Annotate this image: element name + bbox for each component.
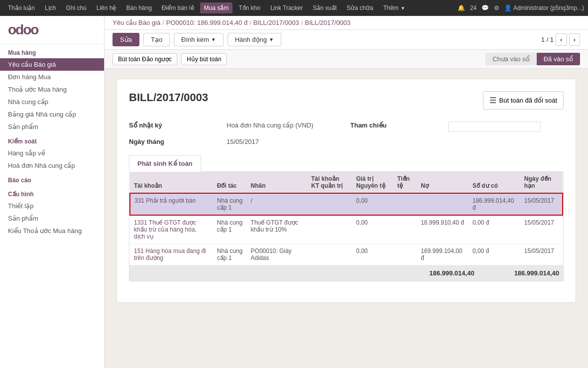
nav-ban-hang[interactable]: Bán hàng bbox=[122, 2, 155, 13]
action-button[interactable]: Hành động ▼ bbox=[228, 33, 281, 46]
create-button[interactable]: Tạo bbox=[143, 33, 170, 46]
td-tk-quan-tri-2 bbox=[307, 215, 352, 244]
breadcrumb-item-2[interactable]: PO00010: 186.999.014,40 đ bbox=[166, 19, 247, 26]
value-tham-chieu[interactable] bbox=[448, 120, 564, 132]
th-so-du-co: Số dư có bbox=[469, 172, 520, 193]
td-nhan-3: PO00010: Giày Adidas bbox=[247, 244, 307, 265]
form-title: BILL/2017/0003 bbox=[129, 91, 208, 104]
sidebar-item-thoa-uoc-mua-hang[interactable]: Thoả ước Mua hàng bbox=[0, 83, 104, 96]
label-ngay-thang: Ngày tháng bbox=[129, 136, 219, 145]
tab-phat-sinh-ke-toan[interactable]: Phát sinh Kế toán bbox=[129, 155, 201, 172]
breadcrumb-item-1[interactable]: Yêu cầu Báo giá bbox=[113, 19, 160, 26]
status-active-button[interactable]: Đã vào sổ bbox=[537, 53, 580, 65]
table-row[interactable]: 151 Hàng hóa mua đang đi trên đường Nhà … bbox=[130, 244, 563, 265]
breadcrumb: Yêu cầu Báo giá / PO00010: 186.999.014,4… bbox=[105, 16, 588, 30]
sidebar-item-kieu-thoa-uoc[interactable]: Kiểu Thoả ước Mua hàng bbox=[0, 225, 104, 237]
cancel-journal-button[interactable]: Hủy bút toán bbox=[181, 53, 227, 65]
status-inactive-button[interactable]: Chưa vào sổ bbox=[485, 53, 537, 65]
page-info: 1 / 1 bbox=[541, 36, 554, 43]
accounting-table: Tài khoản Đối tác Nhãn Tài khoản KT quản… bbox=[129, 172, 563, 265]
td-no-2: 16.999.910,40 đ bbox=[417, 215, 469, 244]
td-nhan-2: Thuế GTGT được khấu trừ 10% bbox=[247, 215, 307, 244]
nav-diem-ban-le[interactable]: Điểm bán lẻ bbox=[158, 2, 198, 13]
sidebar-item-san-pham-cau-hinh[interactable]: Sản phẩm bbox=[0, 212, 104, 225]
table-header-row: Tài khoản Đối tác Nhãn Tài khoản KT quản… bbox=[130, 172, 563, 193]
nav-thao-luan[interactable]: Thảo luận bbox=[4, 2, 39, 13]
total-no-value: 186.999.014,40 bbox=[429, 269, 474, 277]
sidebar-item-thiet-lap[interactable]: Thiết lập bbox=[0, 200, 104, 212]
attach-button[interactable]: Đính kèm ▼ bbox=[174, 33, 224, 46]
td-tai-khoan-2: 1331 Thuế GTGT được khấu trừ của hàng hó… bbox=[130, 215, 213, 244]
nav-sua-chua[interactable]: Sửa chữa bbox=[343, 2, 377, 13]
notification-icon[interactable]: 🔔 bbox=[458, 4, 465, 11]
nav-ghi-chu[interactable]: Ghi chú bbox=[62, 2, 90, 13]
tabs: Phát sinh Kế toán bbox=[129, 155, 564, 172]
sidebar-item-nha-cung-cap[interactable]: Nhà cung cấp bbox=[0, 96, 104, 108]
nav-lich[interactable]: Lịch bbox=[41, 2, 60, 13]
chat-icon[interactable]: 💬 bbox=[481, 4, 489, 11]
sidebar-section-bao-cao: Báo cáo bbox=[0, 172, 104, 186]
td-tien-te-1 bbox=[393, 193, 417, 215]
td-doi-tac-3: Nhà cung cấp 1 bbox=[213, 244, 247, 265]
td-gia-tri-3: 0,00 bbox=[352, 244, 393, 265]
td-so-du-co-1: 186.999.014,40 đ bbox=[469, 193, 520, 215]
nav-mua-sam[interactable]: Mua sắm bbox=[200, 2, 233, 13]
td-no-1 bbox=[417, 193, 469, 215]
them-dropdown-icon: ▼ bbox=[400, 5, 405, 11]
tham-chieu-input[interactable] bbox=[448, 122, 541, 132]
td-so-du-co-3: 0,00 đ bbox=[469, 244, 520, 265]
th-ngay-den-han: Ngày đến hạn bbox=[520, 172, 563, 193]
td-gia-tri-2: 0,00 bbox=[352, 215, 393, 244]
sidebar-section-kiem-soat: Kiểm soát bbox=[0, 133, 104, 147]
sidebar-item-don-hang-mua[interactable]: Đơn hàng Mua bbox=[0, 71, 104, 83]
status-bar: Bút toán Đảo ngược Hủy bút toán Chưa vào… bbox=[105, 50, 588, 69]
nav-san-xuat[interactable]: Sản xuất bbox=[309, 2, 341, 13]
content-area: BILL/2017/0003 ☰ Bút toán đã đối soát Sổ… bbox=[105, 69, 588, 368]
total-co-value: 186.999.014,40 bbox=[514, 269, 559, 277]
label-tham-chieu: Tham chiếu bbox=[351, 120, 440, 132]
next-page-button[interactable]: › bbox=[569, 33, 580, 46]
action-dropdown-icon: ▼ bbox=[269, 37, 274, 42]
settings-icon[interactable]: ⚙ bbox=[494, 4, 499, 11]
reconciled-button[interactable]: ☰ Bút toán đã đối soát bbox=[483, 91, 564, 110]
th-tai-khoan: Tài khoản bbox=[130, 172, 213, 193]
sidebar-item-san-pham-mua[interactable]: Sản phẩm bbox=[0, 121, 104, 133]
td-tai-khoan-1: 331 Phải trả người bán bbox=[130, 193, 213, 215]
nav-ton-kho[interactable]: Tồn kho bbox=[235, 2, 264, 13]
nav-lien-he[interactable]: Liên hệ bbox=[93, 2, 120, 13]
th-gia-tri: Giá trị Nguyên tệ bbox=[352, 172, 393, 193]
td-tien-te-3 bbox=[393, 244, 417, 265]
sidebar-item-hang-sap-ve[interactable]: Hàng sắp về bbox=[0, 147, 104, 159]
th-doi-tac: Đối tác bbox=[213, 172, 247, 193]
sidebar-item-hoa-don-nha-cung-cap[interactable]: Hoá đơn Nhà cung cấp bbox=[0, 159, 104, 172]
nav-link-tracker[interactable]: Link Tracker bbox=[266, 2, 307, 13]
label-so-nhat-ky: Sổ nhật ký bbox=[129, 120, 219, 132]
breadcrumb-sep-1: / bbox=[162, 19, 164, 26]
sidebar-item-yeu-cau-bao-gia[interactable]: Yêu cầu Báo giá bbox=[0, 58, 104, 71]
table-row[interactable]: 1331 Thuế GTGT được khấu trừ của hàng hó… bbox=[130, 215, 563, 244]
th-no: Nợ bbox=[417, 172, 469, 193]
user-menu[interactable]: 👤 Administrator (p5nq3mp...) bbox=[504, 4, 584, 11]
breadcrumb-sep-2: / bbox=[249, 19, 251, 26]
td-ngay-den-han-3: 15/05/2017 bbox=[520, 244, 563, 265]
breadcrumb-item-4: BILL/2017/0003 bbox=[305, 19, 351, 26]
form-header: BILL/2017/0003 ☰ Bút toán đã đối soát bbox=[129, 91, 564, 110]
nav-them[interactable]: Thêm ▼ bbox=[379, 2, 410, 13]
edit-button[interactable]: Sửa bbox=[113, 33, 139, 46]
sidebar-item-bang-gia-nha-cung-cap[interactable]: Bảng giá Nhà cung cấp bbox=[0, 108, 104, 121]
reverse-journal-button[interactable]: Bút toán Đảo ngược bbox=[113, 53, 177, 65]
td-gia-tri-1: 0,00 bbox=[352, 193, 393, 215]
td-so-du-co-2: 0,00 đ bbox=[469, 215, 520, 244]
td-tk-quan-tri-1 bbox=[307, 193, 352, 215]
td-doi-tac-2: Nhà cung cấp 1 bbox=[213, 215, 247, 244]
sidebar: odoo Mua hàng Yêu cầu Báo giá Đơn hàng M… bbox=[0, 16, 105, 368]
table-row[interactable]: 331 Phải trả người bán Nhà cung cấp 1 / … bbox=[130, 193, 563, 215]
breadcrumb-sep-3: / bbox=[301, 19, 303, 26]
sidebar-section-cau-hinh: Cấu hình bbox=[0, 186, 104, 200]
td-tai-khoan-3: 151 Hàng hóa mua đang đi trên đường bbox=[130, 244, 213, 265]
list-icon: ☰ bbox=[489, 96, 496, 105]
top-navigation: Thảo luận Lịch Ghi chú Liên hệ Bán hàng … bbox=[0, 0, 588, 16]
th-tk-quan-tri: Tài khoản KT quản trị bbox=[307, 172, 352, 193]
breadcrumb-item-3[interactable]: BILL/2017/0003 bbox=[253, 19, 299, 26]
prev-page-button[interactable]: ‹ bbox=[556, 33, 567, 46]
